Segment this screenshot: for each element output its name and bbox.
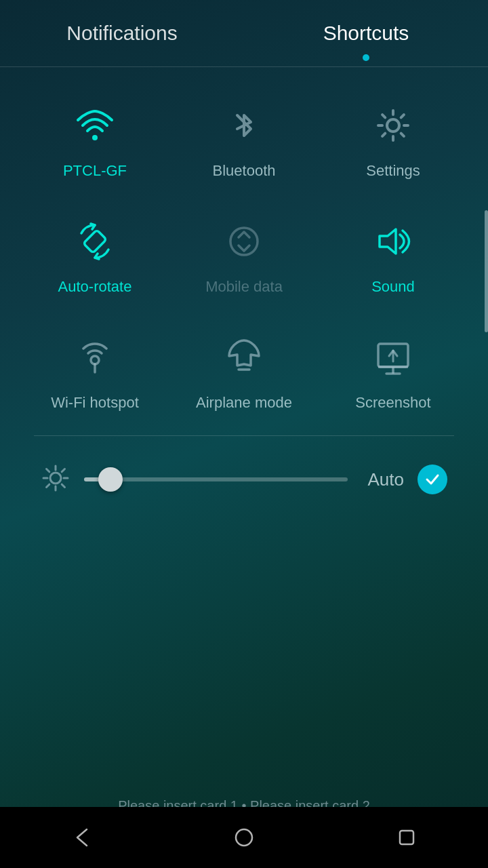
hotspot-label: Wi-Fi hotspot xyxy=(51,394,139,412)
svg-rect-2 xyxy=(83,230,106,253)
shortcut-autorotate[interactable]: Auto-rotate xyxy=(20,197,169,313)
shortcut-airplane[interactable]: Airplane mode xyxy=(169,313,319,429)
scrollbar[interactable] xyxy=(485,210,488,495)
auto-label: Auto xyxy=(368,469,405,490)
brightness-thumb[interactable] xyxy=(98,467,123,492)
tab-active-indicator xyxy=(363,54,369,61)
autorotate-label: Auto-rotate xyxy=(58,278,132,296)
airplane-label: Airplane mode xyxy=(196,394,292,412)
svg-point-22 xyxy=(236,829,252,846)
recents-button[interactable] xyxy=(386,817,427,858)
shortcut-hotspot[interactable]: Wi-Fi hotspot xyxy=(20,313,169,429)
shortcut-screenshot[interactable]: Screenshot xyxy=(319,313,468,429)
svg-line-18 xyxy=(47,469,49,472)
shortcut-settings[interactable]: Settings xyxy=(319,81,468,197)
bluetooth-icon xyxy=(220,101,268,150)
wifi-label: PTCL-GF xyxy=(63,162,127,180)
mobiledata-label: Mobile data xyxy=(205,278,283,296)
shortcuts-content: PTCL-GF Bluetooth Settings xyxy=(0,67,488,530)
auto-rotate-icon xyxy=(70,217,119,266)
svg-point-1 xyxy=(387,119,399,132)
airplane-icon xyxy=(220,333,268,382)
shortcut-mobiledata[interactable]: Mobile data xyxy=(169,197,319,313)
tab-bar: Notifications Shortcuts xyxy=(0,0,488,67)
svg-point-0 xyxy=(92,135,98,140)
scrollbar-thumb xyxy=(485,210,488,332)
brightness-icon xyxy=(41,463,70,496)
settings-icon xyxy=(369,101,418,150)
wifi-icon xyxy=(70,101,119,150)
tab-notifications-label: Notifications xyxy=(66,22,177,45)
back-button[interactable] xyxy=(61,817,102,858)
mobile-data-icon xyxy=(220,217,268,266)
sound-label: Sound xyxy=(371,278,415,296)
svg-point-5 xyxy=(91,356,99,364)
sound-icon xyxy=(369,217,418,266)
svg-marker-4 xyxy=(380,229,396,254)
shortcut-bluetooth[interactable]: Bluetooth xyxy=(169,81,319,197)
auto-brightness-toggle[interactable] xyxy=(418,465,447,494)
tab-shortcuts[interactable]: Shortcuts xyxy=(244,0,488,66)
svg-rect-23 xyxy=(400,831,413,844)
screenshot-icon xyxy=(369,333,418,382)
svg-point-13 xyxy=(50,473,61,484)
svg-line-19 xyxy=(62,484,64,487)
brightness-slider[interactable] xyxy=(84,477,348,481)
brightness-divider xyxy=(34,435,454,436)
nav-bar xyxy=(0,807,488,868)
brightness-track xyxy=(84,477,348,481)
home-button[interactable] xyxy=(224,817,264,858)
screenshot-label: Screenshot xyxy=(355,394,430,412)
tab-shortcuts-label: Shortcuts xyxy=(323,22,409,45)
svg-line-20 xyxy=(62,469,64,472)
hotspot-icon xyxy=(70,333,119,382)
settings-label: Settings xyxy=(366,162,420,180)
shortcut-sound[interactable]: Sound xyxy=(319,197,468,313)
shortcut-wifi[interactable]: PTCL-GF xyxy=(20,81,169,197)
shortcuts-grid: PTCL-GF Bluetooth Settings xyxy=(20,81,468,429)
brightness-row: Auto xyxy=(20,443,468,516)
svg-line-21 xyxy=(47,484,49,487)
bluetooth-label: Bluetooth xyxy=(213,162,276,180)
tab-notifications[interactable]: Notifications xyxy=(0,0,244,66)
